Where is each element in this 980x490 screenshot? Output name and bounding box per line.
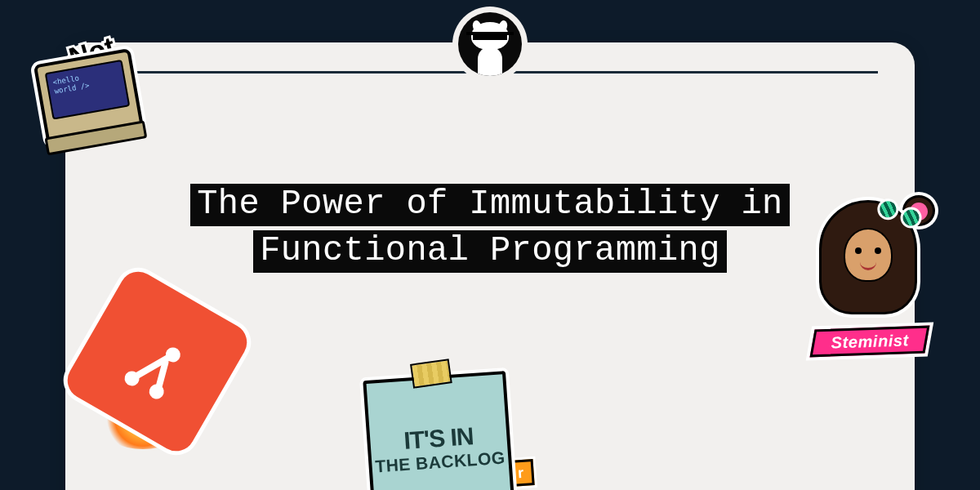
backlog-sticker: r IT'S IN THE BACKLOG (363, 371, 514, 490)
backlog-line-2: THE BACKLOG (375, 448, 506, 476)
sticky-note-icon: IT'S IN THE BACKLOG (363, 371, 514, 490)
git-logo-icon (56, 260, 260, 464)
steminist-banner-text: Steminist (831, 331, 909, 352)
steminist-banner: Steminist (810, 326, 930, 358)
post-title-text: The Power of Immutability in Functional … (190, 184, 789, 273)
post-title: The Power of Immutability in Functional … (151, 181, 829, 274)
octocat-icon (458, 12, 522, 76)
face-icon (844, 228, 893, 282)
crt-monitor-icon: <hello world /> (33, 48, 145, 145)
retro-computer-sticker: NotMyBot <hello world /> (13, 16, 199, 189)
crt-screen: <hello world /> (45, 60, 131, 120)
steminist-sticker: Steminist (804, 200, 943, 355)
github-badge (452, 7, 528, 82)
sunglasses-icon (473, 32, 507, 40)
git-sticker (78, 282, 237, 441)
